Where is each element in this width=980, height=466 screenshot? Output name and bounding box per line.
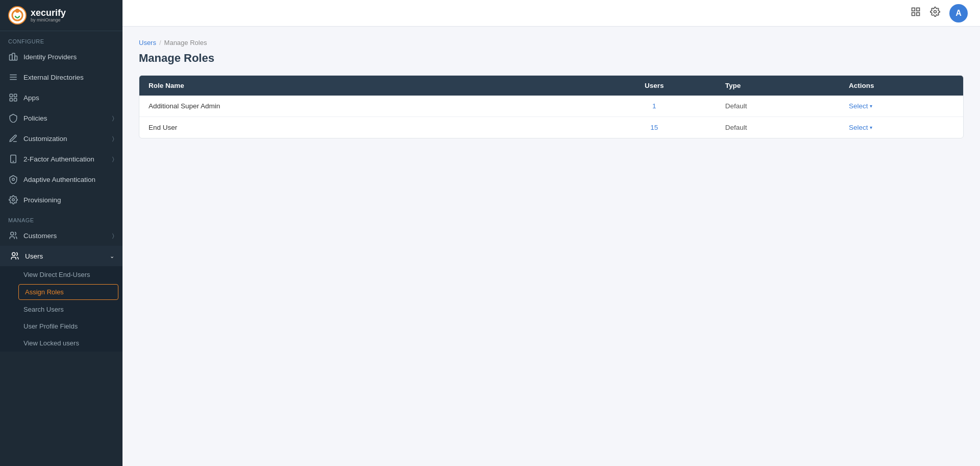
sidebar-label-external-directories: External Directories bbox=[23, 74, 84, 81]
cell-role-name-1: Additional Super Admin bbox=[139, 96, 593, 117]
sidebar-item-provisioning[interactable]: Provisioning bbox=[0, 190, 122, 210]
sidebar-label-apps: Apps bbox=[23, 94, 39, 102]
cell-type-1: Default bbox=[716, 96, 840, 117]
sidebar-item-policies[interactable]: Policies 〉 bbox=[0, 108, 122, 128]
roles-table-card: Role Name Users Type Actions Additional … bbox=[139, 75, 964, 138]
page-title: Manage Roles bbox=[139, 52, 964, 65]
sidebar-item-external-directories[interactable]: External Directories bbox=[0, 67, 122, 87]
table-body: Additional Super Admin 1 Default Select … bbox=[139, 96, 963, 138]
sidebar-item-identity-providers[interactable]: Identity Providers bbox=[0, 46, 122, 67]
user-avatar[interactable]: A bbox=[949, 4, 968, 22]
select-dropdown-arrow-1: ▾ bbox=[870, 103, 872, 109]
main: A Users / Manage Roles Manage Roles Role… bbox=[122, 0, 980, 466]
svg-rect-22 bbox=[917, 13, 920, 16]
svg-point-23 bbox=[934, 11, 937, 13]
users-chevron: ⌄ bbox=[110, 253, 114, 260]
sidebar-item-customers[interactable]: Customers 〉 bbox=[0, 225, 122, 246]
customization-chevron: 〉 bbox=[112, 135, 114, 142]
policies-chevron: 〉 bbox=[112, 115, 114, 122]
svg-point-16 bbox=[12, 199, 15, 201]
sidebar-item-apps[interactable]: Apps bbox=[0, 87, 122, 108]
sidebar-item-adaptive-auth[interactable]: Adaptive Authentication bbox=[0, 169, 122, 190]
svg-rect-12 bbox=[14, 99, 17, 101]
svg-rect-11 bbox=[10, 99, 12, 101]
app-name: xecurify bbox=[31, 8, 66, 17]
customization-icon bbox=[8, 133, 18, 144]
breadcrumb: Users / Manage Roles bbox=[139, 39, 964, 46]
app-sub: by miniOrange bbox=[31, 17, 66, 22]
svg-rect-20 bbox=[917, 8, 920, 11]
sidebar: xecurify by miniOrange Configure Identit… bbox=[0, 0, 122, 466]
sidebar-label-provisioning: Provisioning bbox=[23, 196, 61, 204]
subitem-view-direct-end-users[interactable]: View Direct End-Users bbox=[0, 266, 122, 283]
subitem-user-profile-fields[interactable]: User Profile Fields bbox=[0, 318, 122, 335]
topbar-icons: A bbox=[911, 4, 968, 22]
svg-rect-9 bbox=[10, 94, 12, 97]
sidebar-label-adaptive-auth: Adaptive Authentication bbox=[23, 176, 95, 183]
svg-rect-5 bbox=[15, 56, 17, 60]
external-directories-icon bbox=[8, 72, 18, 82]
sidebar-label-policies: Policies bbox=[23, 114, 47, 122]
table-row: End User 15 Default Select ▾ bbox=[139, 117, 963, 138]
topbar: A bbox=[122, 0, 980, 27]
cell-type-2: Default bbox=[716, 117, 840, 138]
sidebar-item-customization[interactable]: Customization 〉 bbox=[0, 128, 122, 149]
svg-rect-21 bbox=[912, 13, 915, 16]
roles-table: Role Name Users Type Actions Additional … bbox=[139, 76, 963, 138]
svg-point-2 bbox=[15, 9, 19, 13]
cell-actions-1: Select ▾ bbox=[840, 96, 963, 117]
identity-providers-icon bbox=[8, 52, 18, 62]
subitem-view-locked-users[interactable]: View Locked users bbox=[0, 335, 122, 352]
svg-point-18 bbox=[12, 252, 15, 255]
configure-section-label: Configure bbox=[0, 31, 122, 46]
table-header: Role Name Users Type Actions bbox=[139, 76, 963, 96]
sidebar-item-users[interactable]: Users ⌄ bbox=[0, 246, 122, 266]
table-row: Additional Super Admin 1 Default Select … bbox=[139, 96, 963, 117]
subitem-search-users[interactable]: Search Users bbox=[0, 301, 122, 318]
select-dropdown-arrow-2: ▾ bbox=[870, 125, 872, 130]
logo-icon bbox=[8, 6, 27, 25]
logo-text: xecurify by miniOrange bbox=[31, 8, 66, 22]
manage-section-label: Manage bbox=[0, 210, 122, 225]
breadcrumb-separator: / bbox=[159, 39, 161, 46]
adaptive-auth-icon bbox=[8, 174, 18, 184]
sidebar-item-2fa[interactable]: 2-Factor Authentication 〉 bbox=[0, 149, 122, 169]
apps-icon bbox=[8, 92, 18, 103]
select-button-1[interactable]: Select ▾ bbox=[849, 102, 873, 110]
col-header-role-name: Role Name bbox=[139, 76, 593, 96]
col-header-users: Users bbox=[593, 76, 716, 96]
svg-rect-3 bbox=[10, 55, 12, 60]
sidebar-label-users: Users bbox=[25, 252, 43, 260]
cell-actions-2: Select ▾ bbox=[840, 117, 963, 138]
users-submenu: View Direct End-Users Assign Roles Searc… bbox=[0, 266, 122, 352]
logo-bar: xecurify by miniOrange bbox=[0, 0, 122, 31]
sidebar-label-2fa: 2-Factor Authentication bbox=[23, 155, 94, 163]
sidebar-label-customers: Customers bbox=[23, 232, 57, 240]
customers-chevron: 〉 bbox=[112, 232, 114, 239]
cell-users-1: 1 bbox=[593, 96, 716, 117]
content-area: Users / Manage Roles Manage Roles Role N… bbox=[122, 27, 980, 466]
docs-icon[interactable] bbox=[911, 7, 921, 19]
breadcrumb-current: Manage Roles bbox=[164, 39, 207, 46]
users-icon bbox=[10, 251, 20, 261]
cell-role-name-2: End User bbox=[139, 117, 593, 138]
select-button-2[interactable]: Select ▾ bbox=[849, 124, 873, 131]
svg-rect-4 bbox=[12, 53, 15, 60]
col-header-actions: Actions bbox=[840, 76, 963, 96]
svg-rect-10 bbox=[14, 94, 17, 97]
subitem-assign-roles[interactable]: Assign Roles bbox=[18, 284, 118, 300]
2fa-icon bbox=[8, 154, 18, 164]
customers-icon bbox=[8, 230, 18, 241]
sidebar-label-identity-providers: Identity Providers bbox=[23, 53, 77, 61]
svg-point-15 bbox=[12, 178, 15, 181]
svg-rect-19 bbox=[912, 8, 915, 11]
breadcrumb-parent[interactable]: Users bbox=[139, 39, 156, 46]
cell-users-2: 15 bbox=[593, 117, 716, 138]
policies-icon bbox=[8, 113, 18, 123]
col-header-type: Type bbox=[716, 76, 840, 96]
settings-icon[interactable] bbox=[930, 7, 940, 19]
2fa-chevron: 〉 bbox=[112, 156, 114, 162]
svg-point-17 bbox=[11, 232, 14, 235]
provisioning-icon bbox=[8, 195, 18, 205]
sidebar-label-customization: Customization bbox=[23, 135, 67, 143]
